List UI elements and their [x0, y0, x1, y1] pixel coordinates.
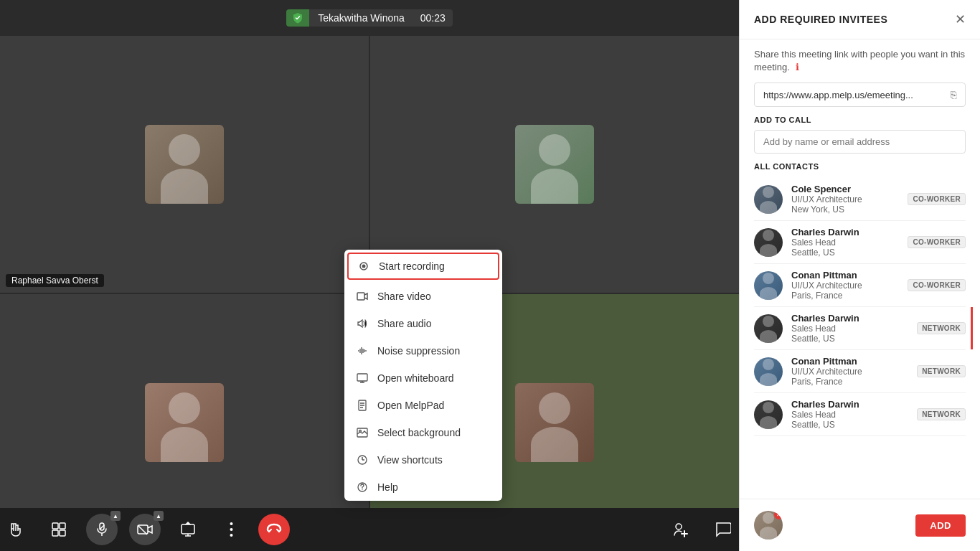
- share-audio-label: Share audio: [377, 318, 432, 329]
- contact-role-cole: UI/UX Architecture: [791, 194, 899, 204]
- start-recording-label: Start recording: [379, 260, 445, 272]
- svg-rect-32: [182, 524, 194, 534]
- svg-point-22: [362, 489, 362, 489]
- add-button[interactable]: ADD: [915, 514, 966, 537]
- contact-role-charles2: Sales Head: [791, 324, 908, 334]
- contact-name-charles3: Charles Darwin: [791, 399, 908, 410]
- description-text: Share this meeting link with people you …: [754, 49, 965, 72]
- contact-row-conan-pittman-2: Conan Pittman UI/UX Architecture Paris, …: [754, 350, 966, 393]
- svg-point-35: [230, 522, 232, 525]
- contact-info-conan1: Conan Pittman UI/UX Architecture Paris, …: [791, 270, 899, 301]
- meeting-timer: 00:23: [413, 9, 453, 27]
- record-icon: [357, 260, 370, 273]
- badge-cole: CO-WORKER: [908, 193, 966, 205]
- main-video-area: Tekakwitha Winona 00:23 Raphael Savva Ob…: [0, 0, 739, 551]
- menu-item-noise-suppression[interactable]: Noise suppression: [344, 337, 502, 364]
- contact-location-charles2: Seattle, US: [791, 334, 908, 344]
- meeting-link-text: https://www.app.melp.us/emeeting...: [763, 90, 913, 100]
- microphone-button[interactable]: ▲: [86, 514, 118, 545]
- pad-icon: [356, 399, 369, 412]
- contact-info-conan2: Conan Pittman UI/UX Architecture Paris, …: [791, 356, 908, 387]
- contact-name-charles1: Charles Darwin: [791, 227, 899, 237]
- help-icon: [356, 481, 369, 494]
- contacts-section: ALL CONTACTS Cole Spencer UI/UX Architec…: [740, 162, 980, 499]
- share-video-label: Share video: [377, 291, 431, 302]
- noise-icon: [356, 344, 369, 357]
- scroll-indicator: [971, 307, 973, 349]
- contact-name-conan2: Conan Pittman: [791, 356, 908, 367]
- contact-row-cole-spencer: Cole Spencer UI/UX Architecture New York…: [754, 178, 966, 221]
- menu-item-start-recording[interactable]: Start recording: [347, 253, 499, 280]
- svg-point-36: [230, 528, 232, 531]
- avatar-killa: [515, 383, 594, 462]
- contact-row-charles-darwin-1: Charles Darwin Sales Head Seattle, US CO…: [754, 221, 966, 264]
- close-panel-button[interactable]: ✕: [955, 11, 966, 27]
- shield-badge: [286, 9, 309, 27]
- add-to-call-label: ADD TO CALL: [754, 116, 966, 124]
- whiteboard-icon: [356, 372, 369, 385]
- meeting-name-text: Tekakwitha Winona: [318, 12, 405, 24]
- panel-header: ADD REQUIRED INVITEES ✕: [740, 0, 980, 39]
- svg-line-31: [138, 526, 147, 534]
- menu-item-open-whiteboard[interactable]: Open whiteboard: [344, 364, 502, 392]
- avatar-charles-darwin-1: [754, 228, 783, 257]
- contact-role-conan2: UI/UX Architecture: [791, 367, 908, 377]
- menu-item-help[interactable]: Help: [344, 474, 502, 501]
- contact-role-conan1: UI/UX Architecture: [791, 281, 899, 291]
- svg-rect-24: [60, 523, 65, 529]
- bottom-toolbar: ▲ ▲: [0, 508, 739, 551]
- camera-button[interactable]: ▲: [129, 514, 161, 545]
- contact-name-cole: Cole Spencer: [791, 184, 899, 194]
- contact-info-charles1: Charles Darwin Sales Head Seattle, US: [791, 227, 899, 258]
- more-options-button[interactable]: [215, 514, 247, 545]
- badge-conan2: NETWORK: [917, 365, 966, 377]
- view-shortcuts-label: View shortcuts: [377, 454, 443, 466]
- svg-point-38: [676, 524, 682, 529]
- menu-item-share-video[interactable]: Share video: [344, 283, 502, 310]
- copy-link-button[interactable]: ⎘: [951, 89, 956, 100]
- menu-item-view-shortcuts[interactable]: View shortcuts: [344, 446, 502, 474]
- avatar-raphael: [145, 125, 224, 204]
- chat-button[interactable]: [707, 514, 739, 545]
- menu-item-open-melppad[interactable]: Open MelpPad: [344, 392, 502, 419]
- shortcuts-icon: [356, 453, 369, 466]
- camera-arrow[interactable]: ▲: [154, 511, 164, 521]
- menu-item-share-audio[interactable]: Share audio: [344, 310, 502, 337]
- contact-name-conan1: Conan Pittman: [791, 270, 899, 281]
- add-to-call-input[interactable]: [754, 130, 966, 154]
- raise-hand-button[interactable]: [0, 514, 32, 545]
- contacts-label: ALL CONTACTS: [754, 162, 966, 171]
- share-screen-button[interactable]: [172, 514, 204, 545]
- open-whiteboard-label: Open whiteboard: [377, 372, 454, 384]
- contact-location-conan2: Paris, France: [791, 377, 908, 387]
- share-video-icon: [356, 290, 369, 303]
- contact-location-charles1: Seattle, US: [791, 248, 899, 258]
- badge-conan1: CO-WORKER: [908, 279, 966, 291]
- end-call-button[interactable]: [258, 514, 290, 545]
- share-audio-icon: [356, 317, 369, 330]
- menu-item-select-background[interactable]: Select background: [344, 419, 502, 446]
- grid-view-button[interactable]: [43, 514, 75, 545]
- contact-info-cole: Cole Spencer UI/UX Architecture New York…: [791, 184, 899, 215]
- badge-charles1: CO-WORKER: [908, 236, 966, 248]
- svg-rect-25: [52, 530, 58, 536]
- avatar-cole-spencer: [754, 185, 783, 214]
- mic-arrow[interactable]: ▲: [110, 511, 121, 521]
- meeting-info: Tekakwitha Winona 00:23: [286, 9, 453, 27]
- svg-point-37: [230, 534, 232, 537]
- add-participant-button[interactable]: [664, 514, 696, 545]
- timer-text: 00:23: [420, 12, 446, 24]
- contact-info-charles3: Charles Darwin Sales Head Seattle, US: [791, 399, 908, 430]
- background-icon: [356, 426, 369, 439]
- contact-role-charles3: Sales Head: [791, 410, 908, 420]
- badge-charles3: NETWORK: [917, 408, 966, 420]
- contact-info-charles2: Charles Darwin Sales Head Seattle, US: [791, 313, 908, 344]
- svg-point-1: [362, 265, 366, 268]
- badge-charles2: NETWORK: [917, 322, 966, 334]
- top-bar: Tekakwitha Winona 00:23: [0, 0, 739, 36]
- select-background-label: Select background: [377, 427, 461, 438]
- contact-location-charles3: Seattle, US: [791, 420, 908, 430]
- panel-description: Share this meeting link with people you …: [740, 39, 980, 83]
- open-melppad-label: Open MelpPad: [377, 400, 444, 411]
- meeting-link-box: https://www.app.melp.us/emeeting... ⎘: [754, 83, 966, 107]
